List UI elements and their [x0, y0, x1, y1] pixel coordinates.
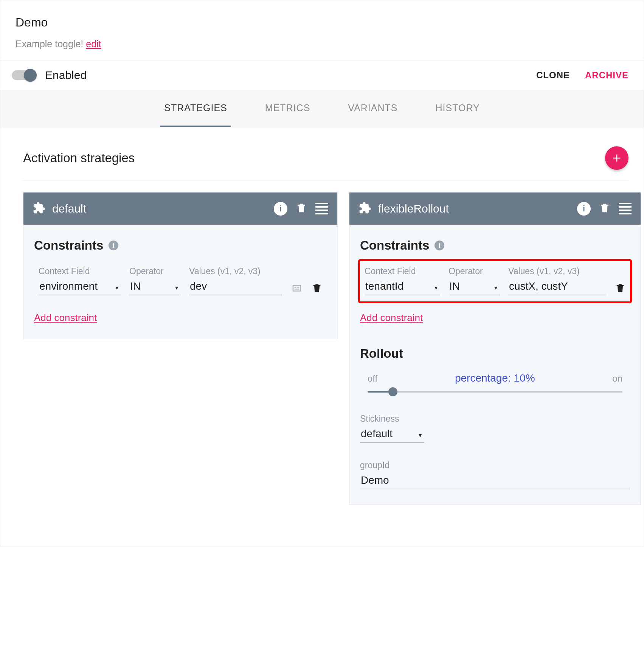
strategies: default i Constraints i — [23, 192, 628, 505]
tabs: STRATEGIES METRICS VARIANTS HISTORY — [0, 90, 644, 127]
context-field: Context Field ▼ — [365, 266, 440, 295]
operator-field: Operator ▼ — [448, 266, 500, 295]
add-strategy-button[interactable] — [605, 146, 628, 170]
info-icon[interactable]: i — [577, 202, 591, 216]
constraints-info-icon[interactable]: i — [109, 241, 118, 250]
operator-value[interactable] — [129, 279, 181, 295]
slider-thumb[interactable] — [388, 387, 397, 396]
content: Activation strategies default i — [0, 127, 644, 509]
card-header-actions: i — [274, 201, 328, 216]
operator-select[interactable]: ▼ — [448, 279, 500, 295]
tab-strategies[interactable]: STRATEGIES — [160, 90, 231, 127]
info-icon[interactable]: i — [274, 202, 287, 216]
tab-variants[interactable]: VARIANTS — [344, 90, 401, 127]
context-field: Context Field ▼ — [39, 266, 121, 295]
delete-constraint-button[interactable] — [312, 283, 322, 295]
card-body: Constraints i Context Field ▼ Opera — [23, 225, 337, 339]
slider-track — [368, 391, 622, 393]
activation-header: Activation strategies — [23, 146, 628, 181]
plus-icon — [611, 152, 623, 164]
puzzle-icon — [358, 202, 371, 216]
page-subtitle: Example toggle! edit — [16, 39, 628, 50]
groupid-input[interactable] — [360, 473, 630, 489]
groupid-label: groupId — [360, 460, 630, 470]
delete-strategy-button[interactable] — [599, 202, 610, 216]
constraints-title: Constraints — [360, 238, 429, 253]
archive-button[interactable]: ARCHIVE — [585, 70, 628, 81]
enable-actions: CLONE ARCHIVE — [536, 70, 628, 81]
operator-field: Operator ▼ — [129, 266, 181, 295]
header: Demo Example toggle! edit — [0, 0, 644, 61]
delete-constraint-button[interactable] — [615, 283, 625, 295]
values-input[interactable] — [508, 279, 607, 295]
context-field-value[interactable] — [365, 279, 440, 295]
card-header-left: flexibleRollout — [358, 202, 449, 216]
tab-metrics[interactable]: METRICS — [261, 90, 314, 127]
page: Demo Example toggle! edit Enabled CLONE … — [0, 0, 644, 547]
card-header-left: default — [33, 202, 86, 216]
add-constraint-link[interactable]: Add constraint — [360, 312, 423, 324]
context-field-select[interactable]: ▼ — [365, 279, 440, 295]
constraints-header: Constraints i — [360, 238, 630, 253]
reorder-icon[interactable] — [619, 201, 632, 216]
slider-percent-label: percentage: 10% — [455, 372, 535, 384]
add-constraint-link[interactable]: Add constraint — [34, 312, 97, 324]
clone-button[interactable]: CLONE — [536, 70, 570, 81]
context-field-label: Context Field — [365, 266, 440, 276]
operator-label: Operator — [448, 266, 500, 276]
card-header: default i — [23, 192, 337, 225]
values-label: Values (v1, v2, v3) — [189, 266, 282, 276]
rollout-title: Rollout — [360, 346, 630, 361]
card-header-actions: i — [577, 201, 632, 216]
constraint-row: Context Field ▼ Operator ▼ — [34, 261, 327, 301]
slider-off-label: off — [368, 373, 377, 384]
card-header: flexibleRollout i — [349, 192, 641, 225]
slider-labels: off percentage: 10% on — [368, 372, 622, 384]
toggle-knob — [24, 69, 37, 82]
enable-left: Enabled — [12, 69, 87, 82]
context-field-value[interactable] — [39, 279, 121, 295]
reorder-icon[interactable] — [315, 201, 328, 216]
operator-label: Operator — [129, 266, 181, 276]
values-field: Values (v1, v2, v3) — [508, 266, 607, 295]
activation-title: Activation strategies — [23, 151, 135, 165]
stickiness-label: Stickiness — [360, 414, 630, 424]
context-field-label: Context Field — [39, 266, 121, 276]
context-field-select[interactable]: ▼ — [39, 279, 121, 295]
values-input[interactable] — [189, 279, 282, 295]
constraints-info-icon[interactable]: i — [435, 241, 444, 250]
constraint-row-highlighted: Context Field ▼ Operator ▼ — [358, 259, 632, 303]
card-icon[interactable] — [290, 283, 303, 295]
puzzle-icon — [33, 202, 45, 216]
constraints-title: Constraints — [34, 238, 103, 253]
values-label: Values (v1, v2, v3) — [508, 266, 607, 276]
card-body: Constraints i Context Field ▼ Opera — [349, 225, 641, 505]
tab-history[interactable]: HISTORY — [431, 90, 483, 127]
card-title: flexibleRollout — [378, 202, 449, 215]
values-field: Values (v1, v2, v3) — [189, 266, 282, 295]
stickiness-value[interactable] — [360, 426, 424, 443]
page-title: Demo — [16, 16, 628, 29]
operator-value[interactable] — [448, 279, 500, 295]
edit-link[interactable]: edit — [86, 39, 101, 49]
rollout-slider[interactable] — [368, 387, 622, 396]
rollout-slider-wrap: off percentage: 10% on — [360, 372, 630, 396]
enabled-label: Enabled — [45, 69, 87, 82]
card-title: default — [52, 202, 86, 215]
strategy-card-default: default i Constraints i — [23, 192, 338, 339]
stickiness-select[interactable]: ▼ — [360, 426, 424, 443]
strategy-card-flexible-rollout: flexibleRollout i Constraints i — [349, 192, 641, 505]
slider-on-label: on — [612, 373, 622, 384]
delete-strategy-button[interactable] — [296, 202, 307, 216]
constraints-header: Constraints i — [34, 238, 327, 253]
enable-bar: Enabled CLONE ARCHIVE — [0, 61, 644, 90]
subtitle-text: Example toggle! — [16, 39, 83, 49]
enabled-toggle[interactable] — [12, 70, 35, 80]
operator-select[interactable]: ▼ — [129, 279, 181, 295]
